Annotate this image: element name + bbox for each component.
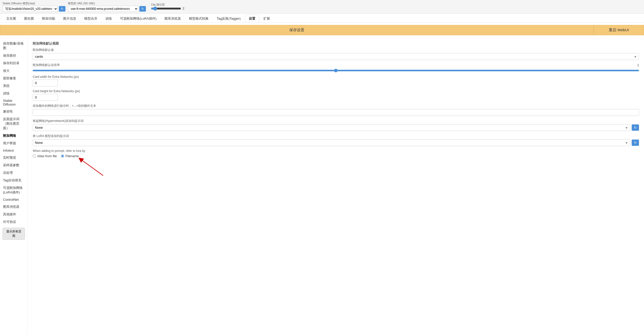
hypernetwork-select[interactable]: None: [33, 124, 630, 131]
tab-merge[interactable]: 模型合并: [80, 15, 101, 23]
extra-text-label: 添加额外的网络进行操示时，<...>前的额外文本: [33, 104, 639, 108]
clip-slider-row: 2: [151, 7, 184, 11]
extra-text-field-row: 添加额外的网络进行操示时，<...>前的额外文本: [33, 104, 639, 116]
extra-text-input[interactable]: [33, 109, 639, 116]
cards-field-row: 附加网络默认值 cards thumbs list ▼: [33, 48, 639, 60]
sidebar-item-ui[interactable]: 用户界面: [0, 140, 27, 147]
hypernetwork-refresh-btn[interactable]: ↻: [632, 124, 639, 131]
default-multiplier-value: 1: [637, 63, 639, 67]
card-height-field-row: Card height for Extra Networks (px) 0: [33, 89, 639, 101]
filename-radio-label[interactable]: Filename: [61, 154, 79, 158]
sidebar-item-lora-plugin[interactable]: 可选附加网络(LoRA插件): [0, 184, 27, 196]
tab-extensions[interactable]: 扩展: [260, 15, 274, 23]
tab-convert[interactable]: 模型格式转换: [185, 15, 212, 23]
vae-model-label: 模型的 VAE (SD VAE): [68, 2, 146, 5]
card-width-input[interactable]: 0: [33, 80, 58, 86]
restart-webui-button[interactable]: 重启 WebUI: [594, 25, 644, 35]
cards-select[interactable]: cards thumbs list: [33, 53, 639, 60]
clip-value: 2: [183, 7, 184, 10]
vae-model-section: 模型的 VAE (SD VAE) vae-ft-mse-840000-ema-p…: [68, 2, 146, 12]
clip-section: Clip 跳过层 2: [151, 3, 184, 11]
hypernetwork-select-row: None ▼ ↻: [33, 124, 639, 131]
sidebar-item-live-preview[interactable]: 实时预览: [0, 154, 27, 161]
tab-img2img[interactable]: 图生图: [20, 15, 38, 23]
sidebar-item-license[interactable]: 许可协议: [0, 218, 27, 226]
sidebar-item-system[interactable]: 系统: [0, 82, 27, 90]
clip-slider[interactable]: [151, 7, 181, 11]
sidebar-item-neg-prompt[interactable]: 反面提示词（图生图页面）: [0, 115, 27, 132]
sidebar-item-sd[interactable]: Stable Diffusion: [0, 97, 27, 108]
lora-select[interactable]: None: [33, 139, 630, 146]
tab-train[interactable]: 训练: [102, 15, 116, 23]
default-multiplier-slider[interactable]: [33, 70, 639, 71]
sd-model-wrapper: 写实/realisticVision20_v20.safetensors [c0…: [3, 6, 65, 12]
tab-extras[interactable]: 附加功能: [38, 15, 59, 23]
filename-radio-text: Filename: [65, 154, 79, 158]
card-width-label: Card width for Extra Networks (px): [33, 75, 639, 79]
vae-model-select[interactable]: vae-ft-mse-840000-ema-pruned.safetensors: [68, 6, 138, 12]
sidebar-item-compat[interactable]: 兼容性: [0, 108, 27, 115]
tab-tagger[interactable]: Tag反推(Tagger): [213, 15, 244, 23]
extra-networks-section-title: 附加网络默认视图: [33, 41, 639, 46]
tab-gallery[interactable]: 图库浏览器: [161, 15, 185, 23]
lora-refresh-btn[interactable]: ↻: [632, 140, 639, 146]
sidebar-item-extra-networks[interactable]: 附加网络: [0, 132, 27, 140]
vae-model-refresh-btn[interactable]: ↻: [139, 6, 146, 12]
top-bar: Stable Diffusion 模型(ckpt) 写实/realisticVi…: [0, 0, 644, 14]
sd-model-refresh-btn[interactable]: ↻: [59, 6, 65, 12]
card-width-field-row: Card width for Extra Networks (px) 0: [33, 75, 639, 86]
lora-refer-radio-group: Alias from file Filename: [33, 154, 639, 158]
lora-label: 将 LoRA 模型添加到提示词: [33, 134, 639, 138]
sidebar-item-infotext[interactable]: Infotext: [0, 147, 27, 154]
lora-select-row: None ▼ ↻: [33, 139, 639, 146]
lora-refer-field-row: When adding to prompt, refer to lora by …: [33, 149, 639, 158]
svg-line-0: [80, 159, 103, 176]
alias-from-file-radio[interactable]: [33, 154, 36, 158]
sidebar-item-save-to-dir[interactable]: 保存到目录: [0, 59, 27, 67]
sidebar-item-other-ops[interactable]: 其他操作: [0, 211, 27, 218]
lora-select-wrapper: None ▼: [33, 139, 630, 146]
default-multiplier-label-row: 附加网络默认信倍率 1: [33, 63, 639, 67]
hypernetwork-label: 将超网络(Hypernetwork)添加到提示词: [33, 119, 639, 123]
sd-model-label: Stable Diffusion 模型(ckpt): [3, 2, 65, 5]
hypernetwork-select-wrapper: None ▼: [33, 124, 630, 131]
sidebar-item-controlnet[interactable]: ControlNet: [0, 196, 27, 203]
sidebar-item-save-path[interactable]: 保存路径: [0, 52, 27, 59]
sidebar-item-train[interactable]: 训练: [0, 90, 27, 97]
sidebar: 保存图像/首格图 保存路径 保存到目录 放大 面部修复 系统 训练 Stable…: [0, 37, 28, 335]
sd-model-select[interactable]: 写实/realisticVision20_v20.safetensors [c0…: [3, 6, 58, 12]
filename-radio[interactable]: [61, 154, 64, 158]
settings-content: 附加网络默认视图 附加网络默认值 cards thumbs list ▼ 附加网…: [28, 37, 644, 335]
sd-model-section: Stable Diffusion 模型(ckpt) 写实/realisticVi…: [3, 2, 65, 12]
lora-refer-label: When adding to prompt, refer to lora by: [33, 149, 639, 153]
cards-label: 附加网络默认值: [33, 48, 639, 52]
default-multiplier-field: 附加网络默认信倍率 1: [33, 63, 639, 72]
hypernetwork-field-row: 将超网络(Hypernetwork)添加到提示词 None ▼ ↻: [33, 119, 639, 131]
action-bar: 保存设置 重启 WebUI: [0, 23, 644, 37]
sidebar-item-postprocess[interactable]: 后处理: [0, 169, 27, 177]
clip-label: Clip 跳过层: [151, 3, 184, 7]
sidebar-item-tag-autocomplete[interactable]: Tag自动填充: [0, 177, 27, 184]
default-multiplier-label: 附加网络默认信倍率: [33, 63, 60, 67]
sidebar-item-gallery-browser[interactable]: 图库浏览器: [0, 203, 27, 211]
alias-from-file-radio-label[interactable]: Alias from file: [33, 154, 57, 158]
lora-field-row: 将 LoRA 模型添加到提示词 None ▼ ↻: [33, 134, 639, 146]
tab-png-info[interactable]: 图片信息: [59, 15, 80, 23]
show-all-pages-button[interactable]: 显示所有页面: [3, 228, 25, 240]
tab-txt2img[interactable]: 文生图: [3, 15, 20, 23]
sidebar-item-sampler-params[interactable]: 采样器参数: [0, 161, 27, 169]
cards-select-wrapper: cards thumbs list ▼: [33, 53, 639, 60]
vae-model-wrapper: vae-ft-mse-840000-ema-pruned.safetensors…: [68, 6, 146, 12]
save-settings-button[interactable]: 保存设置: [0, 25, 594, 35]
sidebar-item-upscale[interactable]: 放大: [0, 67, 27, 75]
card-height-label: Card height for Extra Networks (px): [33, 89, 639, 93]
tab-lora[interactable]: 可选附加网络(LoRA插件): [116, 15, 160, 23]
sidebar-item-face-restore[interactable]: 面部修复: [0, 75, 27, 82]
sidebar-item-save-image[interactable]: 保存图像/首格图: [0, 40, 27, 52]
main-layout: 保存图像/首格图 保存路径 保存到目录 放大 面部修复 系统 训练 Stable…: [0, 37, 644, 335]
tab-settings[interactable]: 设置: [245, 15, 259, 23]
nav-tabs: 文生图 图生图 附加功能 图片信息 模型合并 训练 可选附加网络(LoRA插件)…: [0, 14, 644, 23]
card-height-input[interactable]: 0: [33, 94, 58, 101]
alias-from-file-radio-text: Alias from file: [37, 154, 57, 158]
